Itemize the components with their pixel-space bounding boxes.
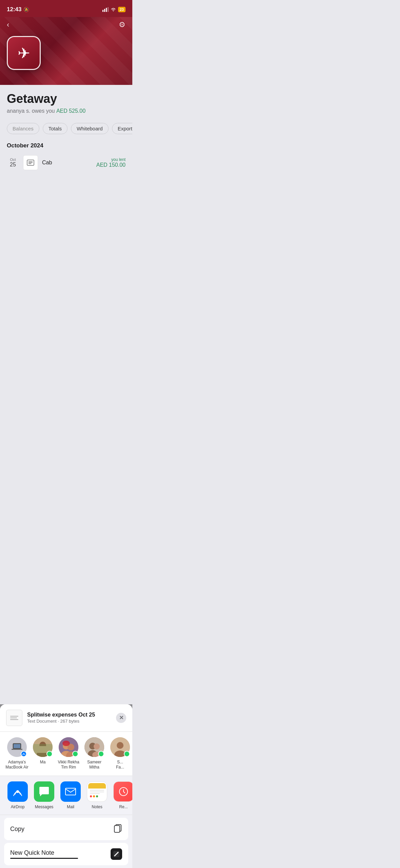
svg-rect-3 (108, 7, 109, 12)
tx-month: Oct (7, 158, 19, 162)
tab-totals[interactable]: Totals (43, 123, 68, 134)
status-time: 12:43 🔕 (7, 6, 29, 13)
svg-rect-2 (106, 8, 107, 12)
tx-amount: AED 150.00 (96, 162, 126, 168)
app-info: Getaway ananya s. owes you AED 525.00 (0, 85, 132, 117)
status-icons: 23 (102, 7, 126, 12)
back-button[interactable]: ‹ (7, 20, 9, 29)
battery-badge: 23 (118, 7, 126, 12)
app-icon-wrapper: ✈ (7, 36, 126, 70)
notification-bell-icon: 🔕 (23, 7, 29, 12)
app-header: ‹ ⚙ ✈ (0, 17, 132, 85)
tab-whiteboard[interactable]: Whiteboard (71, 123, 109, 134)
status-bar: 12:43 🔕 23 (0, 0, 132, 17)
app-icon: ✈ (7, 36, 41, 70)
transaction-date: Oct 25 (7, 158, 19, 168)
transaction-amount-col: you lent AED 150.00 (96, 157, 126, 168)
tx-lent-label: you lent (96, 157, 126, 162)
wifi-icon (111, 7, 116, 12)
time-display: 12:43 (7, 6, 21, 13)
tab-export[interactable]: Export (112, 123, 132, 134)
settings-button[interactable]: ⚙ (119, 20, 126, 29)
owes-description: ananya s. owes you (7, 108, 55, 114)
owes-amount: AED 525.00 (56, 108, 85, 114)
tx-day: 25 (7, 162, 19, 168)
app-title: Getaway (7, 92, 126, 106)
svg-rect-0 (102, 10, 103, 12)
transaction-name: Cab (42, 160, 92, 166)
tab-buttons: Balances Totals Whiteboard Export (0, 117, 132, 140)
plane-icon: ✈ (18, 44, 30, 62)
owes-text: ananya s. owes you AED 525.00 (7, 108, 126, 114)
transaction-row[interactable]: Oct 25 Cab you lent AED 150.00 (0, 151, 132, 174)
month-label: October 2024 (0, 140, 132, 151)
svg-rect-1 (104, 9, 105, 12)
tab-balances[interactable]: Balances (7, 123, 39, 134)
header-nav: ‹ ⚙ (7, 20, 126, 29)
transaction-icon (23, 155, 38, 170)
receipt-icon (26, 159, 35, 166)
signal-icon (102, 7, 109, 12)
